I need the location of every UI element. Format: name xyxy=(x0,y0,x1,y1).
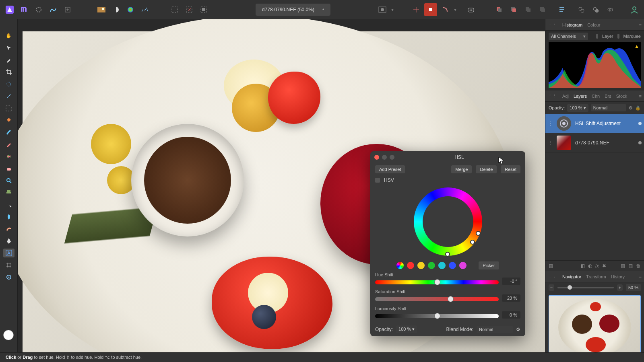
color-wheel-icon[interactable] xyxy=(124,3,137,16)
visibility-toggle[interactable] xyxy=(638,122,642,125)
delete-layer-icon[interactable]: 🗑 xyxy=(636,263,641,269)
swatch-icon[interactable] xyxy=(95,3,108,16)
assistant-icon[interactable] xyxy=(464,3,477,16)
hand-tool-icon[interactable]: ✋ xyxy=(3,31,14,40)
zoom-slider[interactable] xyxy=(557,287,614,288)
navigator-preview[interactable] xyxy=(549,295,641,360)
tab-histogram[interactable]: Histogram xyxy=(562,23,582,27)
yellow-swatch[interactable] xyxy=(417,262,425,269)
tab-transform[interactable]: Transform xyxy=(586,274,606,279)
crop-tool-icon[interactable] xyxy=(3,68,14,76)
erase-tool-icon[interactable] xyxy=(3,164,14,173)
hue-shift-slider[interactable] xyxy=(375,280,499,284)
auto-levels-icon[interactable] xyxy=(138,3,151,16)
red-swatch[interactable] xyxy=(407,262,414,269)
hsv-checkbox[interactable] xyxy=(375,178,380,183)
adjustment-add-icon[interactable]: ◐ xyxy=(588,263,592,269)
zoom-window-icon[interactable] xyxy=(390,155,394,160)
persona-develop-icon[interactable] xyxy=(47,3,60,16)
layer-expand-icon[interactable]: ⋮ xyxy=(548,121,553,126)
mask-icon[interactable]: ◧ xyxy=(580,263,585,269)
lock-icon[interactable]: 🔒 xyxy=(635,105,641,111)
smudge-tool-icon[interactable] xyxy=(3,224,14,233)
layer-hsl-adjustment[interactable]: ⋮ HSL Shift Adjustment xyxy=(545,114,644,133)
layer-expand-icon[interactable]: ⋮ xyxy=(548,140,553,146)
pencil-tool-icon[interactable] xyxy=(3,140,14,149)
adjustment-icon[interactable] xyxy=(109,3,122,16)
group-subtract-icon[interactable] xyxy=(589,3,602,16)
delete-button[interactable]: Delete xyxy=(476,165,497,173)
blend-mode-dropdown[interactable]: Normal xyxy=(591,104,626,111)
zoom-out-button[interactable]: − xyxy=(549,284,554,291)
account-icon[interactable] xyxy=(628,3,641,16)
hue-shift-value[interactable]: -0 ° xyxy=(502,278,520,285)
green-swatch[interactable] xyxy=(428,262,435,269)
saturation-shift-slider[interactable] xyxy=(375,297,499,301)
panel-menu-icon[interactable]: ≡ xyxy=(639,23,642,27)
checkbox-layer[interactable] xyxy=(596,34,598,39)
panel-menu-icon[interactable]: ≡ xyxy=(639,94,642,99)
force-pixel-icon[interactable] xyxy=(439,3,452,16)
move-tool-icon[interactable] xyxy=(3,43,14,52)
opacity-field[interactable]: 100 % ▾ xyxy=(567,104,588,112)
arrange-front-icon[interactable] xyxy=(536,3,549,16)
color-picker-tool-icon[interactable] xyxy=(3,56,14,64)
clone-tool-icon[interactable] xyxy=(3,188,14,197)
document-tab[interactable]: d778-0790.NEF (50.0%) • xyxy=(256,4,330,16)
hsl-opacity-field[interactable]: 100 % ▾ xyxy=(396,325,417,333)
fx-icon[interactable]: fx xyxy=(595,263,599,269)
visibility-toggle[interactable] xyxy=(638,141,642,144)
zoom-value[interactable]: 50 % xyxy=(626,284,641,291)
pen-tool-icon[interactable] xyxy=(3,237,14,245)
tab-navigator[interactable]: Navigator xyxy=(562,274,581,279)
snap-icon[interactable] xyxy=(410,3,423,16)
dialog-titlebar[interactable]: HSL xyxy=(370,151,525,163)
healing-brush-tool-icon[interactable] xyxy=(3,152,14,161)
foreground-color-swatch[interactable] xyxy=(3,330,14,340)
dodge-tool-icon[interactable] xyxy=(3,200,14,209)
checkbox-marquee[interactable] xyxy=(617,34,619,39)
channels-dropdown[interactable]: All Channels ▾ xyxy=(549,33,588,40)
tab-history[interactable]: History xyxy=(611,274,625,279)
arrange-backward-icon[interactable] xyxy=(507,3,520,16)
luminosity-shift-slider[interactable] xyxy=(375,314,499,318)
luminosity-shift-value[interactable]: 0 % xyxy=(502,311,520,319)
master-swatch[interactable] xyxy=(396,262,404,269)
close-icon[interactable] xyxy=(374,155,379,160)
hue-wheel[interactable] xyxy=(414,187,482,256)
align-icon[interactable] xyxy=(555,3,568,16)
tab-stock[interactable]: Stock xyxy=(616,94,627,99)
flood-tool-icon[interactable] xyxy=(3,116,14,125)
persona-photo-icon[interactable] xyxy=(18,3,31,16)
selection-invert-icon[interactable] xyxy=(197,3,210,16)
persona-export-icon[interactable] xyxy=(61,3,74,16)
mesh-tool-icon[interactable] xyxy=(3,261,14,269)
persona-liquify-icon[interactable] xyxy=(32,3,45,16)
view-tool-icon[interactable] xyxy=(3,273,14,282)
cyan-swatch[interactable] xyxy=(438,262,446,269)
layer-blend-ranges-icon[interactable]: ▧ xyxy=(549,263,553,269)
hsl-dialog[interactable]: HSL Add Preset Merge Delete Reset HSV Pi… xyxy=(370,151,525,336)
paint-brush-tool-icon[interactable] xyxy=(3,128,14,137)
tab-colour[interactable]: Colour xyxy=(587,23,600,27)
arrange-forward-icon[interactable] xyxy=(522,3,535,16)
snap-toggle-icon[interactable] xyxy=(424,3,437,16)
add-layer-icon[interactable]: ▤ xyxy=(621,263,625,269)
arrange-back-icon[interactable] xyxy=(493,3,506,16)
marquee-tool-icon[interactable] xyxy=(3,104,14,113)
zoom-in-button[interactable]: + xyxy=(617,284,623,291)
app-icon[interactable] xyxy=(3,3,16,16)
quick-mask-icon[interactable] xyxy=(376,3,389,16)
zoom-tool-icon[interactable] xyxy=(3,176,14,185)
gear-icon[interactable]: ⚙ xyxy=(516,327,520,332)
tab-adj[interactable]: Adj xyxy=(562,94,569,99)
hsl-blend-dropdown[interactable]: Normal xyxy=(477,326,513,333)
panel-menu-icon[interactable]: ≡ xyxy=(639,274,642,279)
tab-layers[interactable]: Layers xyxy=(574,94,587,99)
group-layer-icon[interactable]: ▥ xyxy=(628,263,633,269)
tab-chn[interactable]: Chn xyxy=(592,94,600,99)
blue-swatch[interactable] xyxy=(449,262,456,269)
magic-wand-tool-icon[interactable] xyxy=(3,92,14,101)
picker-button[interactable]: Picker xyxy=(479,261,499,269)
group-add-icon[interactable] xyxy=(575,3,588,16)
